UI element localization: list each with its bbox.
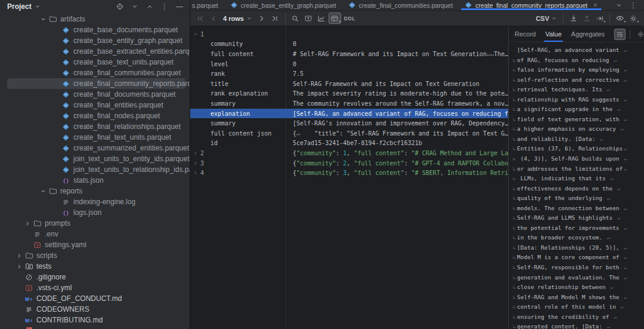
settings-gear-icon[interactable]	[627, 13, 639, 24]
tree-item-logs-json[interactable]: {} logs.json	[0, 207, 190, 218]
tree-item-join-text-units-to-entity-ids-parquet[interactable]: join_text_units_to_entity_ids.parquet	[0, 153, 190, 164]
tab-record[interactable]: Record	[515, 26, 535, 42]
value-line: ↳quality of the underlying ↵	[511, 193, 644, 204]
field-row-rank-explanation[interactable]: rank_explanationThe impact severity rati…	[190, 89, 508, 99]
view-options-eye-icon[interactable]	[614, 13, 626, 24]
tree-item-create-final-community-reports-parquet[interactable]: create_final_community_reports.parquet	[0, 78, 190, 89]
field-row-community[interactable]: community0	[190, 39, 508, 50]
tree-item-stats-json[interactable]: {} stats.json	[0, 175, 190, 186]
table-row-1-header[interactable]: 1	[190, 29, 508, 39]
tree-item-create-final-nodes-parquet[interactable]: create_final_nodes.parquet	[0, 110, 190, 121]
wrap-lead-icon: ↳	[511, 56, 517, 66]
tree-item-codeowners[interactable]: CODEOWNERS	[0, 304, 190, 315]
tree-item-gitignore[interactable]: .gitignore	[0, 272, 190, 282]
collapse-all-icon[interactable]	[145, 2, 154, 11]
tree-chevron-icon[interactable]	[14, 253, 24, 259]
tree-item-create-base-entity-graph-parquet[interactable]: create_base_entity_graph.parquet	[0, 35, 190, 46]
export-download-icon[interactable]	[567, 13, 580, 24]
locate-file-icon[interactable]	[116, 2, 124, 11]
tab-s-parquet[interactable]: s.parquet	[190, 0, 224, 10]
hide-panel-icon[interactable]: —	[175, 2, 184, 11]
tree-item-tests[interactable]: tests	[0, 261, 190, 272]
field-row-title[interactable]: titleSelf-RAG Framework and its Impact o…	[190, 79, 508, 89]
tree-item-reports[interactable]: reports	[0, 186, 190, 196]
field-row-level[interactable]: level0	[190, 59, 508, 69]
tab-create-base-entity-graph-parquet[interactable]: create_base_entity_graph.parquet	[224, 0, 342, 10]
field-row-summary[interactable]: summaryThe community revolves around the…	[190, 99, 508, 109]
field-row-summary[interactable]: summary[Self-RAG's innovation and improv…	[190, 118, 508, 128]
tree-item-code-of-conduct-md[interactable]: M CODE_OF_CONDUCT.md	[0, 293, 190, 304]
tab-options-kebab-icon[interactable]: ⋮	[630, 2, 637, 9]
tree-chevron-icon[interactable]	[23, 220, 32, 227]
first-page-button[interactable]	[194, 13, 206, 24]
tab-value[interactable]: Value	[545, 26, 561, 42]
field-value: [Self-RAG, an advanced variant of RAG, f…	[288, 110, 508, 117]
value-settings-gear-icon[interactable]	[634, 29, 644, 40]
page-size-dropdown[interactable]: 4 rows	[220, 15, 255, 22]
tree-item-create-base-text-units-parquet[interactable]: create_base_text_units.parquet	[0, 57, 190, 67]
tree-item-artifacts[interactable]: artifacts	[0, 14, 190, 24]
tree-item-settings-yaml[interactable]: Y settings.yaml	[0, 239, 190, 250]
tree-item-contributing-md[interactable]: M CONTRIBUTING.md	[0, 315, 190, 325]
project-panel-title[interactable]: Project	[7, 2, 32, 11]
tab-close-icon[interactable]	[593, 2, 598, 8]
tree-chevron-icon[interactable]	[38, 16, 48, 23]
field-row-explanation[interactable]: explanation[Self-RAG, an advanced varian…	[190, 109, 508, 119]
tree-item-prompts[interactable]: prompts	[0, 218, 190, 229]
soft-wrap-icon[interactable]	[614, 29, 626, 40]
go-to-row-icon[interactable]	[593, 13, 606, 24]
parquet-icon	[61, 37, 71, 45]
value-line: ↳retrieval techniques. Its ↵	[511, 85, 644, 95]
tree-item-create-base-extracted-entities-parquet[interactable]: create_base_extracted_entities.parquet	[0, 46, 190, 57]
next-page-button[interactable]	[256, 13, 268, 24]
tree-item-create-final-text-units-parquet[interactable]: create_final_text_units.parquet	[0, 132, 190, 143]
last-page-button[interactable]	[269, 13, 281, 24]
expand-all-icon[interactable]	[131, 2, 139, 11]
tree-chevron-icon[interactable]	[14, 263, 24, 270]
table-row-3[interactable]: 3{"community": 2, "full_content": "# GPT…	[190, 158, 508, 168]
project-title-chevron-icon[interactable]	[34, 3, 41, 10]
ddl-button[interactable]: DDL	[342, 16, 358, 21]
tree-item-create-summarized-entities-parquet[interactable]: create_summarized_entities.parquet	[0, 143, 190, 153]
table-row-4[interactable]: 4{"community": 3, "full_content": "# SBE…	[190, 168, 508, 178]
tree-item-create-final-documents-parquet[interactable]: create_final_documents.parquet	[0, 89, 190, 100]
expand-row-icon[interactable]	[193, 160, 199, 167]
field-row-rank[interactable]: rank7.5	[190, 69, 508, 79]
tree-item-create-base-documents-parquet[interactable]: create_base_documents.parquet	[0, 24, 190, 35]
value-text[interactable]: [Self-RAG, an advanced variant ↵↳of RAG,…	[509, 42, 644, 329]
options-kebab-icon[interactable]: ⋮	[160, 2, 169, 11]
tree-item-label: create_base_documents.parquet	[73, 26, 178, 34]
table-row-2[interactable]: 2{"community": 1, "full_content": "# CRA…	[190, 148, 508, 158]
tab-create-final-communities-parquet[interactable]: create_final_communities.parquet	[342, 0, 459, 10]
parquet-icon	[62, 91, 70, 99]
tree-item-create-final-communities-parquet[interactable]: create_final_communities.parquet	[0, 67, 190, 78]
import-upload-icon[interactable]	[580, 13, 593, 24]
search-icon[interactable]	[289, 13, 302, 24]
tree-item-create-final-relationships-parquet[interactable]: create_final_relationships.parquet	[0, 121, 190, 132]
text-file-icon	[33, 230, 41, 238]
collapse-row-icon[interactable]	[193, 31, 199, 38]
tab-create-final-community-reports-parquet[interactable]: create_final_community_reports.parquet	[459, 0, 604, 10]
field-row-id[interactable]: id5ce7ad15-3241-4be7-8194-f2cbcf16321b	[190, 139, 508, 149]
chart-view-icon[interactable]	[315, 13, 328, 24]
tree-item-join-text-units-to-relationship-ids-parquet[interactable]: join_text_units_to_relationship_ids.parq…	[0, 164, 190, 175]
filter-icon[interactable]	[302, 13, 315, 24]
field-row-full-content[interactable]: full_content# Self-RAG Framework and its…	[190, 49, 508, 59]
tree-item-create-final-entities-parquet[interactable]: create_final_entities.parquet	[0, 100, 190, 110]
tab-list-chevron-icon[interactable]	[615, 2, 623, 9]
tree-item-indexing-engine-log[interactable]: indexing-engine.log	[0, 196, 190, 207]
table-view-icon[interactable]	[329, 13, 341, 24]
tree-item-vsts-ci-yml[interactable]: Y .vsts-ci.yml	[0, 282, 190, 293]
expand-row-icon[interactable]	[193, 170, 199, 176]
text-icon	[24, 306, 34, 313]
tree-item-scripts[interactable]: scripts	[0, 250, 190, 261]
expand-row-icon[interactable]	[193, 150, 199, 156]
tree-item-env[interactable]: .env	[0, 229, 190, 239]
tab-aggregates[interactable]: Aggregates	[571, 26, 605, 42]
previous-page-button[interactable]	[207, 13, 219, 24]
wrap-lead-icon: ↳	[511, 104, 517, 115]
parquet-icon	[62, 37, 70, 45]
field-row-full-content-json[interactable]: full_content_json{↵ "title": "Self-RAG F…	[190, 128, 508, 139]
export-format-dropdown[interactable]: CSV	[533, 15, 559, 22]
tree-chevron-icon[interactable]	[38, 188, 48, 195]
